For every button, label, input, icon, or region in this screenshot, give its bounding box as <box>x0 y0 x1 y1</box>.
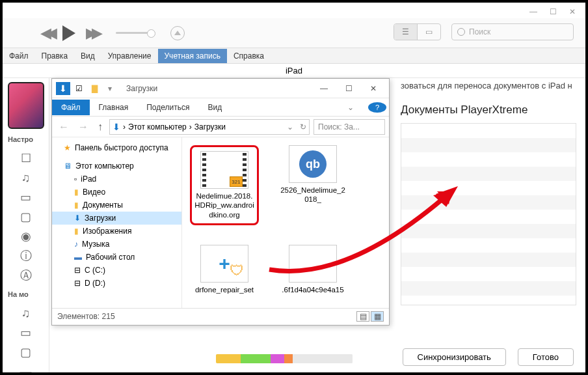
grid-view-icon[interactable]: ▭ <box>418 24 440 40</box>
item-count: Элементов: 215 <box>57 312 115 321</box>
ipad-thumbnail[interactable] <box>8 82 44 129</box>
nav-up-button[interactable]: ↑ <box>95 121 105 133</box>
tree-desktop[interactable]: ▬Рабочий стол <box>52 251 181 264</box>
details-view-icon[interactable]: ▤ <box>356 311 369 322</box>
blank-file-icon <box>289 245 337 283</box>
file-name: .6f1d4a04c9e4a15 <box>282 285 343 294</box>
tree-downloads[interactable]: ⬇Загрузки <box>52 212 181 225</box>
nav-back-button[interactable]: ← <box>56 121 72 133</box>
device-music-icon[interactable]: ♫ <box>18 306 34 320</box>
summary-icon[interactable]: ☐ <box>18 151 34 165</box>
help-icon[interactable]: ? <box>368 102 386 113</box>
window-controls: — ☐ ✕ <box>526 7 580 17</box>
ribbon-tabs: Файл Главная Поделиться Вид ⌄? <box>52 98 389 117</box>
maximize-button[interactable]: ☐ <box>545 7 561 17</box>
sync-button[interactable]: Синхронизировать <box>403 348 506 366</box>
drive-icon: ⊟ <box>74 279 81 288</box>
file-drfone[interactable]: + drfone_repair_set <box>190 245 259 294</box>
menu-edit[interactable]: Правка <box>35 49 75 63</box>
breadcrumb[interactable]: ⬇ › Этот компьютер › Загрузки ⌄ ↻ <box>109 119 310 135</box>
device-movies-icon[interactable]: ▭ <box>18 326 34 340</box>
menu-help[interactable]: Справка <box>227 49 271 63</box>
large-icons-view-icon[interactable]: ▦ <box>371 311 384 322</box>
file-name: Nedelimue.2018.HDRip_ww.androidkino.org <box>194 191 254 219</box>
folder-icon: ▮ <box>74 227 79 236</box>
explorer-title: Загрузки <box>126 84 157 93</box>
music-icon[interactable]: ♫ <box>18 171 34 185</box>
airplay-button[interactable] <box>170 26 185 40</box>
qat-download-icon[interactable]: ⬇ <box>56 82 70 95</box>
download-icon: ⬇ <box>74 214 81 223</box>
tab-home[interactable]: Главная <box>90 100 138 115</box>
folder-icon: ▮ <box>74 188 79 197</box>
tv-icon[interactable]: ▢ <box>18 210 34 224</box>
tree-drive-d[interactable]: ⊟D (D:) <box>52 277 181 290</box>
file-name: 2526_Nedelimue_2018_ <box>278 186 347 204</box>
qbittorrent-icon: qb <box>289 145 337 183</box>
breadcrumb-download-icon: ⬇ <box>113 122 120 132</box>
done-button[interactable]: Готово <box>518 348 574 366</box>
menu-view[interactable]: Вид <box>74 49 101 63</box>
bottom-buttons: Синхронизировать Готово <box>403 348 574 366</box>
info-icon[interactable]: ⓘ <box>18 249 34 263</box>
video-thumbnail-icon: 321 <box>200 151 248 189</box>
next-button[interactable]: ▶▶ <box>86 25 98 42</box>
volume-slider[interactable] <box>116 32 152 34</box>
qat-checkbox-icon[interactable]: ☑ <box>72 82 86 95</box>
exp-minimize-button[interactable]: — <box>312 81 336 96</box>
tab-share[interactable]: Поделиться <box>137 100 198 115</box>
apps-icon[interactable]: Ⓐ <box>18 268 34 283</box>
qat-folder-icon[interactable]: ▇ <box>87 82 101 95</box>
view-toggle[interactable]: ☰▭ <box>394 23 441 40</box>
device-books-icon[interactable]: ▬ <box>18 365 34 375</box>
explorer-window: ⬇ ☑ ▇ ▾ Загрузки — ☐ ✕ Файл Главная Поде… <box>51 78 390 326</box>
nav-forward-button[interactable]: → <box>75 121 91 133</box>
breadcrumb-pc[interactable]: Этот компьютер <box>128 122 187 132</box>
device-icon: ▫ <box>74 174 77 184</box>
tree-ipad[interactable]: ▫iPad <box>52 173 181 186</box>
address-bar: ← → ↑ ⬇ › Этот компьютер › Загрузки ⌄ ↻ … <box>52 117 389 137</box>
ribbon-expand-icon[interactable]: ⌄ <box>338 100 363 115</box>
menu-account[interactable]: Учетная запись <box>158 49 227 63</box>
play-button[interactable] <box>62 25 75 41</box>
tree-drive-c[interactable]: ⊟C (C:) <box>52 264 181 277</box>
explorer-search-input[interactable]: Поиск: За... <box>314 119 385 135</box>
close-button[interactable]: ✕ <box>565 7 580 17</box>
file-torrent[interactable]: qb 2526_Nedelimue_2018_ <box>278 145 347 225</box>
tree-music[interactable]: ♪Музыка <box>52 238 181 251</box>
menu-file[interactable]: Файл <box>3 49 35 63</box>
previous-button[interactable]: ◀◀ <box>40 25 52 42</box>
device-name: iPad <box>3 64 585 78</box>
tree-video[interactable]: ▮Видео <box>52 186 181 199</box>
search-input[interactable]: Поиск <box>451 23 574 40</box>
tab-file[interactable]: Файл <box>52 100 90 115</box>
movies-icon[interactable]: ▭ <box>18 190 34 204</box>
exp-maximize-button[interactable]: ☐ <box>337 81 360 96</box>
drive-icon: ⊟ <box>74 266 81 275</box>
folder-icon: ▮ <box>74 201 79 210</box>
file-pane[interactable]: 321 Nedelimue.2018.HDRip_ww.androidkino.… <box>182 137 389 308</box>
tree-this-pc[interactable]: 🖥Этот компьютер <box>52 160 181 173</box>
minimize-button[interactable]: — <box>526 7 541 17</box>
hint-text: зоваться для переноса документов с iPad … <box>401 81 576 90</box>
tree-documents[interactable]: ▮Документы <box>52 199 181 212</box>
qat-dropdown-icon[interactable]: ▾ <box>103 82 117 95</box>
file-unknown[interactable]: .6f1d4a04c9e4a15 <box>278 245 347 294</box>
menu-controls[interactable]: Управление <box>101 49 158 63</box>
explorer-titlebar: ⬇ ☑ ▇ ▾ Загрузки — ☐ ✕ <box>52 79 389 98</box>
file-name: drfone_repair_set <box>195 285 254 294</box>
breadcrumb-downloads[interactable]: Загрузки <box>194 122 226 132</box>
tree-images[interactable]: ▮Изображения <box>52 225 181 238</box>
tab-view[interactable]: Вид <box>198 100 231 115</box>
file-video-selected[interactable]: 321 Nedelimue.2018.HDRip_ww.androidkino.… <box>190 145 259 225</box>
photos-icon[interactable]: ◉ <box>18 229 34 243</box>
list-view-icon[interactable]: ☰ <box>394 24 418 40</box>
documents-list[interactable] <box>401 123 576 305</box>
pc-icon: 🖥 <box>64 161 72 171</box>
tree-quick-access[interactable]: ★Панель быстрого доступа <box>52 141 181 154</box>
documents-panel: зоваться для переноса документов с iPad … <box>401 81 576 336</box>
itunes-sidebar: Настро ☐ ♫ ▭ ▢ ◉ ⓘ Ⓐ На мо ♫ ▭ ▢ ▬ ◯Ауди… <box>3 78 49 372</box>
exp-close-button[interactable]: ✕ <box>362 81 385 96</box>
device-tv-icon[interactable]: ▢ <box>18 345 34 359</box>
status-bar: Элементов: 215 ▤ ▦ <box>52 308 389 324</box>
